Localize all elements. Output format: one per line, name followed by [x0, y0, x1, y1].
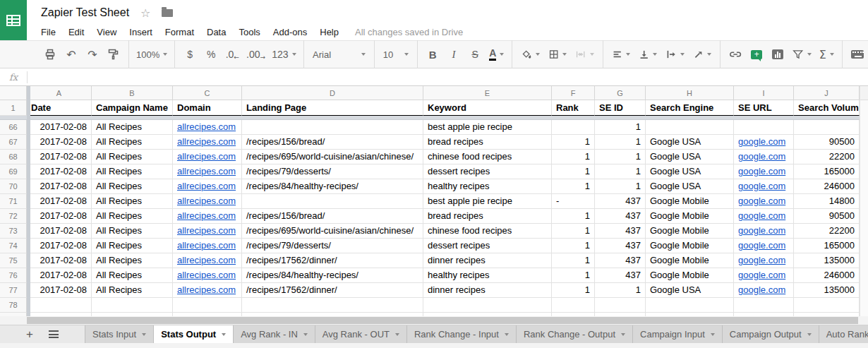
cell-H67[interactable]: Google USA: [646, 135, 734, 150]
cell-D73[interactable]: /recipes/695/world-cuisine/asian/chinese…: [242, 224, 423, 239]
cell-G76[interactable]: 437: [595, 268, 646, 283]
cell-H78[interactable]: [646, 298, 734, 313]
strikethrough-button[interactable]: S: [466, 45, 483, 64]
cell-link[interactable]: allrecipes.com: [177, 151, 236, 162]
cell-E67[interactable]: bread recipes: [423, 135, 552, 150]
cell-J75[interactable]: 135000: [794, 253, 860, 268]
row-header-77[interactable]: 77: [0, 283, 27, 298]
cell-C76[interactable]: allrecipes.com: [173, 268, 242, 283]
cell-link[interactable]: allrecipes.com: [177, 210, 236, 221]
cell-B75[interactable]: All Recipes: [92, 253, 173, 268]
cell-D75[interactable]: /recipes/17562/dinner/: [242, 253, 423, 268]
cell-H72[interactable]: Google Mobile: [646, 209, 734, 224]
cell-H1[interactable]: Search Engine: [646, 100, 734, 116]
cell-E68[interactable]: chinese food recipes: [423, 150, 552, 164]
redo-button[interactable]: ↷: [84, 45, 101, 64]
cell-A77[interactable]: 2017-02-08: [27, 283, 92, 298]
menu-view[interactable]: View: [90, 27, 123, 37]
cell-C67[interactable]: allrecipes.com: [173, 135, 242, 150]
cell-E76[interactable]: healthy recipes: [423, 268, 552, 283]
cell-E78[interactable]: [423, 298, 552, 313]
text-rotate-button[interactable]: [691, 45, 713, 64]
add-sheet-button[interactable]: +: [26, 328, 33, 340]
cell-D74[interactable]: /recipes/79/desserts/: [242, 239, 423, 253]
cell-H68[interactable]: Google USA: [646, 150, 734, 164]
cell-E77[interactable]: dinner recipes: [423, 283, 552, 298]
cell-link[interactable]: allrecipes.com: [177, 270, 236, 280]
cell-G1[interactable]: SE ID: [595, 100, 646, 116]
fill-color-button[interactable]: [519, 45, 541, 64]
chevron-down-icon[interactable]: [711, 333, 715, 336]
cell-I71[interactable]: google.com: [734, 194, 794, 209]
cell-E1[interactable]: Keyword: [423, 100, 552, 116]
sheet-tab-campaign-input[interactable]: Campaign Input: [633, 325, 723, 343]
cell-C70[interactable]: allrecipes.com: [173, 179, 242, 194]
cell-J74[interactable]: 165000: [794, 239, 860, 253]
cell-link[interactable]: allrecipes.com: [177, 284, 236, 295]
cell-E69[interactable]: dessert recipes: [423, 164, 552, 179]
cell-link[interactable]: google.com: [738, 225, 785, 236]
undo-button[interactable]: ↶: [63, 45, 80, 64]
cell-D71[interactable]: [242, 194, 423, 209]
cell-A71[interactable]: 2017-02-08: [27, 194, 92, 209]
row-header-75[interactable]: 75: [0, 253, 27, 268]
cell-C66[interactable]: allrecipes.com: [173, 120, 242, 135]
cell-G72[interactable]: 437: [595, 209, 646, 224]
merge-cells-button[interactable]: [573, 45, 596, 64]
menu-format[interactable]: Format: [159, 27, 200, 37]
cell-G67[interactable]: 1: [595, 135, 646, 150]
cell-C78[interactable]: [173, 298, 242, 313]
cell-I68[interactable]: google.com: [734, 150, 794, 164]
cell-H73[interactable]: Google Mobile: [646, 224, 734, 239]
cell-link[interactable]: google.com: [738, 240, 785, 251]
font-size-select[interactable]: 10: [381, 45, 411, 64]
cell-C72[interactable]: allrecipes.com: [173, 209, 242, 224]
chevron-down-icon[interactable]: [222, 333, 226, 336]
cell-F72[interactable]: 1: [552, 209, 595, 224]
cell-F68[interactable]: 1: [552, 150, 595, 164]
cell-D77[interactable]: /recipes/17562/dinner/: [242, 283, 423, 298]
cell-link[interactable]: google.com: [738, 181, 785, 191]
number-format-button[interactable]: 123: [271, 45, 297, 64]
cell-A74[interactable]: 2017-02-08: [27, 239, 92, 253]
cell-A70[interactable]: 2017-02-08: [27, 179, 92, 194]
column-header-E[interactable]: E: [423, 86, 552, 100]
cell-F1[interactable]: Rank: [552, 100, 595, 116]
increase-decimal-button[interactable]: .00→: [245, 45, 267, 64]
star-icon[interactable]: ☆: [140, 6, 150, 20]
cell-J68[interactable]: 22200: [794, 150, 860, 164]
cell-J67[interactable]: 90500: [794, 135, 860, 150]
cell-H76[interactable]: Google Mobile: [646, 268, 734, 283]
menu-file[interactable]: File: [41, 27, 62, 37]
cell-J76[interactable]: 246000: [794, 268, 860, 283]
vertical-align-button[interactable]: [637, 45, 659, 64]
cell-H74[interactable]: Google Mobile: [646, 239, 734, 253]
vertical-scrollbar[interactable]: [860, 86, 868, 316]
cell-G73[interactable]: 437: [595, 224, 646, 239]
cell-E71[interactable]: best apple pie recipe: [423, 194, 552, 209]
cell-A73[interactable]: 2017-02-08: [27, 224, 92, 239]
cell-E70[interactable]: healthy recipes: [423, 179, 552, 194]
cell-link[interactable]: allrecipes.com: [177, 136, 236, 147]
cell-F75[interactable]: 1: [552, 253, 595, 268]
cell-G74[interactable]: 437: [595, 239, 646, 253]
cell-I66[interactable]: [734, 120, 794, 135]
cell-J69[interactable]: 165000: [794, 164, 860, 179]
cell-E72[interactable]: bread recipes: [423, 209, 552, 224]
paint-format-button[interactable]: [105, 45, 122, 64]
sheet-tab-campaign-output[interactable]: Campaign Output: [723, 325, 819, 343]
borders-button[interactable]: [546, 45, 569, 64]
cell-F78[interactable]: [552, 298, 595, 313]
cell-B70[interactable]: All Recipes: [92, 179, 173, 194]
cell-B66[interactable]: All Recipes: [92, 120, 173, 135]
chevron-down-icon[interactable]: [807, 333, 812, 336]
cell-G77[interactable]: 1: [595, 283, 646, 298]
column-header-H[interactable]: H: [646, 86, 734, 100]
cell-D69[interactable]: /recipes/79/desserts/: [242, 164, 423, 179]
cell-B78[interactable]: [92, 298, 173, 313]
row-header-68[interactable]: 68: [0, 150, 27, 164]
cell-B67[interactable]: All Recipes: [92, 135, 173, 150]
cell-A76[interactable]: 2017-02-08: [27, 268, 92, 283]
cell-link[interactable]: google.com: [738, 196, 785, 206]
cell-A1[interactable]: Date: [27, 100, 92, 116]
